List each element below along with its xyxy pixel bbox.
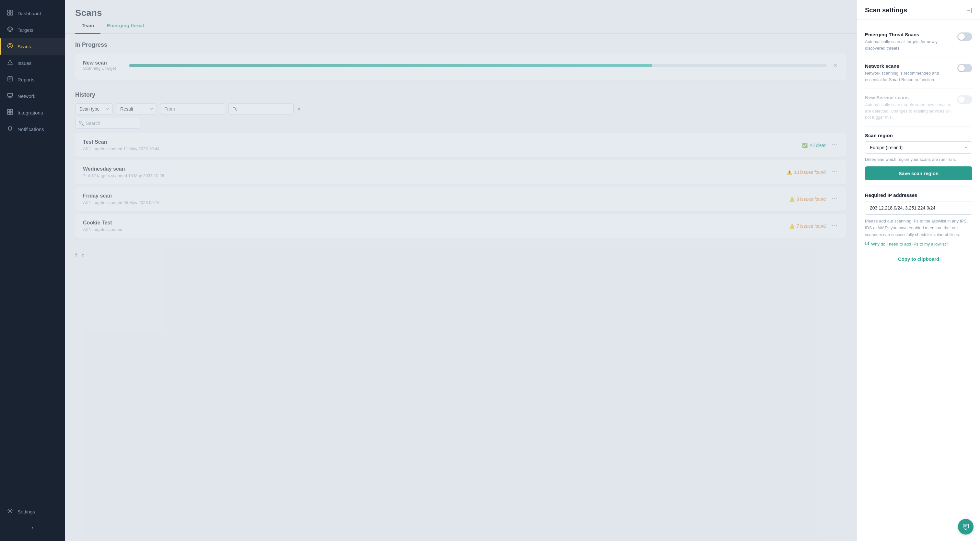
settings-header: Scan settings →| (857, 0, 980, 19)
sidebar: Dashboard Targets Scans Issues Reports N… (0, 0, 65, 541)
new-service-scans-toggle[interactable] (957, 95, 972, 104)
tab-emerging-threat[interactable]: Emerging threat (100, 18, 151, 34)
copy-to-clipboard-button[interactable]: Copy to clipboard (865, 252, 972, 266)
sidebar-item-label: Network (18, 93, 35, 99)
svg-point-10 (10, 63, 10, 64)
status-badge: ⚠️ 13 issues found (786, 170, 826, 175)
svg-rect-1 (10, 10, 13, 12)
sidebar-item-label: Notifications (18, 126, 44, 132)
dashboard-icon (6, 10, 14, 17)
from-date-input[interactable] (160, 104, 225, 115)
facebook-icon[interactable]: f (75, 253, 77, 259)
chat-support-button[interactable] (958, 519, 974, 535)
targets-icon (6, 26, 14, 34)
page-title: Scans (75, 8, 102, 18)
required-ip-section: Required IP addresses 203.12.218.0/24, 3… (865, 187, 972, 272)
sidebar-item-targets[interactable]: Targets (0, 22, 65, 38)
toggle-thumb (958, 34, 965, 40)
tab-team[interactable]: Team (75, 18, 100, 34)
new-service-scans-desc: Automatically scan targets when new serv… (865, 102, 952, 121)
ip-addresses-display: 203.12.218.0/24, 3.251.224.0/24 (865, 201, 972, 215)
sidebar-item-integrations[interactable]: Integrations (0, 104, 65, 121)
scan-name: Wednesday scan (83, 166, 164, 172)
warn-icon: ⚠️ (789, 223, 795, 229)
sidebar-item-notifications[interactable]: Notifications (0, 121, 65, 137)
network-scans-desc: Network scanning is recommended and esse… (865, 70, 952, 83)
check-icon: ✅ (802, 143, 808, 148)
sidebar-item-dashboard[interactable]: Dashboard (0, 5, 65, 22)
network-scans-toggle[interactable] (957, 64, 972, 72)
history-section: History Scan type Full scan Quick scan R… (65, 91, 857, 249)
settings-close-button[interactable]: →| (966, 8, 972, 13)
active-scan-subtitle: Scanning 1 target (83, 66, 116, 71)
sidebar-item-network[interactable]: Network (0, 88, 65, 104)
emerging-threat-desc: Automatically scan all targets for newly… (865, 38, 952, 51)
svg-rect-18 (8, 109, 10, 112)
twitter-icon[interactable]: t (82, 253, 84, 259)
svg-point-22 (10, 510, 11, 512)
new-service-scans-label: New Service scans (865, 95, 952, 100)
toggle-thumb (958, 65, 965, 71)
history-title: History (75, 91, 846, 98)
notifications-icon (6, 126, 14, 133)
scan-type-filter[interactable]: Scan type Full scan Quick scan (75, 104, 113, 115)
svg-rect-0 (8, 10, 10, 12)
to-date-input[interactable] (229, 104, 294, 115)
status-label: 13 issues found (794, 170, 826, 175)
scan-name: Test Scan (83, 139, 159, 145)
scan-subtitle: All 1 targets scanned 05 May 2023 09:16 (83, 200, 159, 205)
more-options-button[interactable]: ··· (830, 196, 839, 203)
search-row: 🔍 (75, 118, 846, 129)
scan-region-desc: Determine which region your scans are ru… (865, 156, 972, 163)
required-ip-label: Required IP addresses (865, 192, 972, 198)
sidebar-item-reports[interactable]: Reports (0, 71, 65, 88)
scan-subtitle: 7 of 12 targets scanned 10 May 2023 10:2… (83, 173, 164, 178)
scan-progress-fill (129, 64, 652, 67)
sidebar-item-label: Reports (18, 77, 35, 82)
social-footer: f t (65, 249, 857, 262)
scans-icon (6, 43, 14, 50)
settings-title: Scan settings (865, 6, 907, 14)
emerging-threat-label: Emerging Threat Scans (865, 32, 952, 37)
scan-region-select[interactable]: Europe (Ireland) US East (N. Virginia) A… (865, 141, 972, 154)
emerging-threat-toggle[interactable] (957, 32, 972, 41)
search-icon: 🔍 (78, 121, 84, 126)
svg-point-7 (8, 43, 13, 48)
status-label: 7 issues found (797, 223, 826, 229)
scan-subtitle: All 1 targets scanned (83, 227, 122, 232)
settings-icon (6, 508, 14, 515)
sidebar-item-label: Integrations (18, 110, 43, 115)
more-options-button[interactable]: ··· (830, 222, 839, 229)
emerging-threat-setting: Emerging Threat Scans Automatically scan… (865, 26, 972, 57)
save-scan-region-button[interactable]: Save scan region (865, 166, 972, 180)
sidebar-item-settings[interactable]: Settings (0, 503, 65, 520)
clear-filters-button[interactable]: ✕ (297, 106, 301, 112)
sidebar-item-label: Settings (18, 509, 35, 514)
status-badge: ✅ All clear (802, 143, 826, 148)
active-scan-card: New scan Scanning 1 target ✕ (75, 54, 846, 80)
cancel-scan-button[interactable]: ✕ (832, 61, 839, 70)
main-content: Scans Team Emerging threat In Progress N… (65, 0, 857, 541)
result-filter[interactable]: Result Clear Issues found (116, 104, 157, 115)
warn-icon: ⚠️ (789, 196, 795, 202)
svg-rect-23 (865, 242, 869, 245)
settings-body: Emerging Threat Scans Automatically scan… (857, 19, 980, 278)
status-label: 8 issues found (797, 196, 826, 202)
history-filters: Scan type Full scan Quick scan Result Cl… (75, 104, 846, 115)
in-progress-title: In Progress (75, 41, 846, 48)
why-add-ips-link[interactable]: Why do I need to add IPs to my allowlist… (865, 241, 972, 247)
search-input[interactable] (75, 118, 140, 129)
integrations-icon (6, 109, 14, 116)
ip-desc: Please add our scanning IPs to the allow… (865, 218, 972, 238)
sidebar-collapse-button[interactable]: ‹ (0, 520, 65, 536)
history-item-friday-scan: Friday scan All 1 targets scanned 05 May… (75, 187, 846, 211)
sidebar-item-scans[interactable]: Scans (0, 38, 65, 55)
svg-rect-21 (10, 112, 13, 115)
search-wrap: 🔍 (75, 118, 140, 129)
more-options-button[interactable]: ··· (830, 169, 839, 176)
scan-name: Friday scan (83, 193, 159, 199)
reports-icon (6, 76, 14, 83)
more-options-button[interactable]: ··· (830, 142, 839, 148)
sidebar-item-issues[interactable]: Issues (0, 55, 65, 71)
network-scans-label: Network scans (865, 63, 952, 69)
